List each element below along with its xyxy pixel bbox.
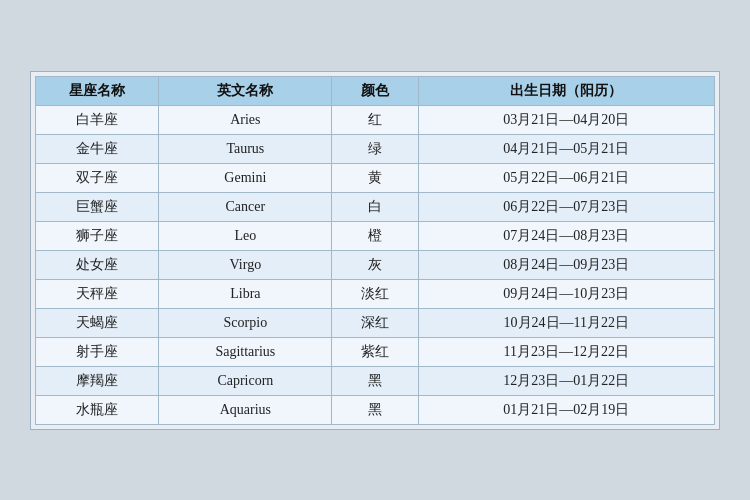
header-en-name: 英文名称 (159, 76, 332, 105)
table-row: 巨蟹座Cancer白06月22日—07月23日 (36, 192, 715, 221)
cell-zh-name: 天蝎座 (36, 308, 159, 337)
cell-zh-name: 白羊座 (36, 105, 159, 134)
cell-en-name: Cancer (159, 192, 332, 221)
zodiac-table-container: 星座名称 英文名称 颜色 出生日期（阳历） 白羊座Aries红03月21日—04… (30, 71, 720, 430)
cell-color: 淡红 (332, 279, 418, 308)
cell-zh-name: 巨蟹座 (36, 192, 159, 221)
cell-color: 黄 (332, 163, 418, 192)
table-row: 天秤座Libra淡红09月24日—10月23日 (36, 279, 715, 308)
cell-date-range: 03月21日—04月20日 (418, 105, 714, 134)
cell-color: 灰 (332, 250, 418, 279)
cell-zh-name: 狮子座 (36, 221, 159, 250)
cell-en-name: Capricorn (159, 366, 332, 395)
cell-en-name: Leo (159, 221, 332, 250)
cell-date-range: 06月22日—07月23日 (418, 192, 714, 221)
cell-zh-name: 天秤座 (36, 279, 159, 308)
table-row: 摩羯座Capricorn黑12月23日—01月22日 (36, 366, 715, 395)
cell-zh-name: 金牛座 (36, 134, 159, 163)
header-date-range: 出生日期（阳历） (418, 76, 714, 105)
table-row: 狮子座Leo橙07月24日—08月23日 (36, 221, 715, 250)
cell-zh-name: 双子座 (36, 163, 159, 192)
table-row: 天蝎座Scorpio深红10月24日—11月22日 (36, 308, 715, 337)
cell-date-range: 04月21日—05月21日 (418, 134, 714, 163)
cell-color: 深红 (332, 308, 418, 337)
cell-date-range: 05月22日—06月21日 (418, 163, 714, 192)
cell-zh-name: 处女座 (36, 250, 159, 279)
cell-en-name: Virgo (159, 250, 332, 279)
cell-color: 橙 (332, 221, 418, 250)
cell-color: 红 (332, 105, 418, 134)
cell-en-name: Scorpio (159, 308, 332, 337)
cell-en-name: Taurus (159, 134, 332, 163)
cell-en-name: Gemini (159, 163, 332, 192)
table-row: 射手座Sagittarius紫红11月23日—12月22日 (36, 337, 715, 366)
cell-color: 紫红 (332, 337, 418, 366)
cell-date-range: 12月23日—01月22日 (418, 366, 714, 395)
cell-zh-name: 水瓶座 (36, 395, 159, 424)
cell-date-range: 09月24日—10月23日 (418, 279, 714, 308)
cell-en-name: Libra (159, 279, 332, 308)
table-body: 白羊座Aries红03月21日—04月20日金牛座Taurus绿04月21日—0… (36, 105, 715, 424)
cell-date-range: 10月24日—11月22日 (418, 308, 714, 337)
header-zh-name: 星座名称 (36, 76, 159, 105)
cell-color: 白 (332, 192, 418, 221)
cell-date-range: 11月23日—12月22日 (418, 337, 714, 366)
cell-color: 绿 (332, 134, 418, 163)
table-header-row: 星座名称 英文名称 颜色 出生日期（阳历） (36, 76, 715, 105)
table-row: 水瓶座Aquarius黑01月21日—02月19日 (36, 395, 715, 424)
table-row: 处女座Virgo灰08月24日—09月23日 (36, 250, 715, 279)
zodiac-table: 星座名称 英文名称 颜色 出生日期（阳历） 白羊座Aries红03月21日—04… (35, 76, 715, 425)
cell-en-name: Aquarius (159, 395, 332, 424)
cell-zh-name: 射手座 (36, 337, 159, 366)
cell-en-name: Aries (159, 105, 332, 134)
table-row: 白羊座Aries红03月21日—04月20日 (36, 105, 715, 134)
cell-date-range: 08月24日—09月23日 (418, 250, 714, 279)
cell-zh-name: 摩羯座 (36, 366, 159, 395)
cell-color: 黑 (332, 366, 418, 395)
cell-date-range: 07月24日—08月23日 (418, 221, 714, 250)
table-row: 双子座Gemini黄05月22日—06月21日 (36, 163, 715, 192)
header-color: 颜色 (332, 76, 418, 105)
table-row: 金牛座Taurus绿04月21日—05月21日 (36, 134, 715, 163)
cell-color: 黑 (332, 395, 418, 424)
cell-date-range: 01月21日—02月19日 (418, 395, 714, 424)
cell-en-name: Sagittarius (159, 337, 332, 366)
